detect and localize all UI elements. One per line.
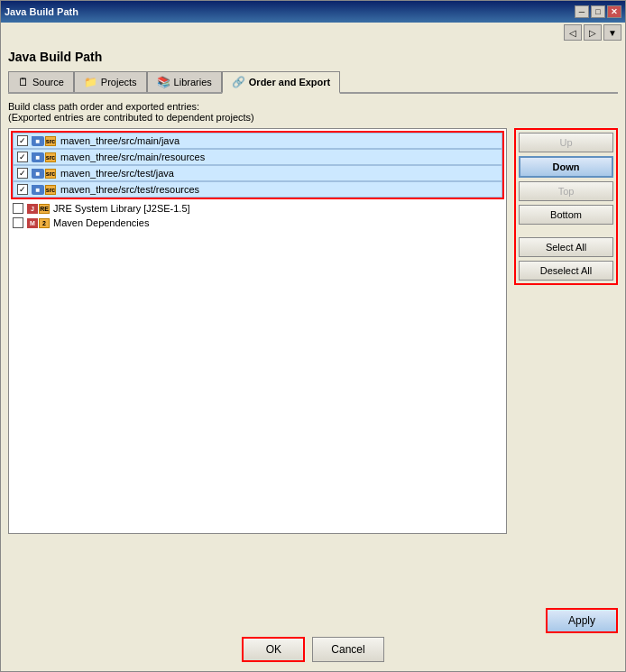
down-button[interactable]: Down [519, 156, 613, 178]
nav-bar: ◁ ▷ ▼ [1, 23, 625, 42]
up-button[interactable]: Up [519, 133, 613, 152]
tab-projects-label: Projects [101, 77, 137, 87]
maven-badge-6: 2 [39, 218, 50, 228]
list-item[interactable]: ✓ ■ src maven_three/src/main/resources [13, 149, 502, 165]
deselect-all-button[interactable]: Deselect All [519, 261, 613, 281]
list-item[interactable]: M 2 Maven Dependencies [9, 216, 506, 230]
folder-icon-1: ■ [32, 136, 44, 146]
item-label-6: Maven Dependencies [53, 217, 149, 228]
item-label-1: maven_three/src/main/java [60, 135, 180, 146]
forward-button[interactable]: ▷ [584, 24, 602, 41]
close-button[interactable]: ✕ [607, 5, 621, 18]
tab-source-label: Source [32, 77, 64, 87]
tabs-bar: 🗒 Source 📁 Projects 📚 Libraries 🔗 Order … [8, 71, 618, 94]
description-line1: Build class path order and exported entr… [8, 101, 618, 112]
item-checkbox-2[interactable]: ✓ [17, 152, 28, 162]
dropdown-button[interactable]: ▼ [603, 24, 621, 41]
item-checkbox-3[interactable]: ✓ [17, 168, 28, 179]
item-label-4: maven_three/src/test/resources [60, 184, 199, 195]
item-checkbox-6[interactable] [13, 217, 23, 228]
dialog-title: Java Build Path [8, 50, 618, 64]
jre-badge-5: RE [39, 204, 50, 214]
window-title: Java Build Path [5, 6, 78, 17]
src-badge-4: src [45, 185, 56, 195]
list-item[interactable]: J RE JRE System Library [J2SE-1.5] [9, 201, 506, 216]
cancel-button[interactable]: Cancel [312, 637, 383, 662]
order-tab-icon: 🔗 [232, 76, 245, 88]
ok-button[interactable]: OK [242, 637, 305, 662]
tab-order-export[interactable]: 🔗 Order and Export [222, 71, 340, 94]
tab-source[interactable]: 🗒 Source [8, 71, 74, 92]
item-checkbox-1[interactable]: ✓ [17, 135, 28, 146]
maximize-button[interactable]: □ [591, 5, 605, 18]
apply-row: Apply [8, 604, 618, 635]
entries-list: ✓ ■ src maven_three/src/main/java ✓ ■ [8, 128, 507, 534]
folder-icon-3: ■ [32, 169, 44, 179]
minimize-button[interactable]: ─ [575, 5, 589, 18]
right-buttons-panel: Up Down Top Bottom Select All Deselect A… [514, 128, 618, 534]
right-buttons-group: Up Down Top Bottom Select All Deselect A… [514, 128, 618, 285]
item-label-5: JRE System Library [J2SE-1.5] [53, 203, 190, 214]
tab-projects[interactable]: 📁 Projects [74, 71, 147, 92]
list-item[interactable]: ✓ ■ src maven_three/src/test/resources [13, 181, 502, 198]
libraries-tab-icon: 📚 [157, 76, 170, 88]
main-window: Java Build Path ─ □ ✕ ◁ ▷ ▼ Java Build P… [0, 0, 626, 672]
title-bar-buttons: ─ □ ✕ [575, 5, 621, 18]
folder-icon-2: ■ [32, 152, 44, 162]
main-panel: ✓ ■ src maven_three/src/main/java ✓ ■ [8, 128, 618, 534]
description-line2: (Exported entries are contributed to dep… [8, 112, 618, 123]
top-button[interactable]: Top [519, 181, 613, 201]
back-button[interactable]: ◁ [564, 24, 582, 41]
description: Build class path order and exported entr… [8, 101, 618, 123]
tab-libraries-label: Libraries [174, 77, 212, 87]
maven-icon-6: M [27, 218, 38, 228]
title-bar: Java Build Path ─ □ ✕ [1, 1, 625, 23]
list-item[interactable]: ✓ ■ src maven_three/src/test/java [13, 165, 502, 181]
folder-icon-4: ■ [32, 185, 44, 195]
projects-tab-icon: 📁 [84, 76, 97, 88]
bottom-button[interactable]: Bottom [519, 205, 613, 225]
item-checkbox-4[interactable]: ✓ [17, 184, 28, 195]
ok-cancel-row: OK Cancel [8, 635, 618, 664]
src-badge-3: src [45, 169, 56, 179]
item-label-3: maven_three/src/test/java [60, 168, 174, 179]
src-badge-1: src [45, 136, 56, 146]
select-all-button[interactable]: Select All [519, 237, 613, 257]
tab-libraries[interactable]: 📚 Libraries [147, 71, 222, 92]
apply-button[interactable]: Apply [546, 608, 618, 633]
item-label-2: maven_three/src/main/resources [60, 152, 205, 162]
list-item[interactable]: ✓ ■ src maven_three/src/main/java [13, 133, 502, 149]
tab-order-label: Order and Export [249, 77, 330, 87]
window-content: Java Build Path 🗒 Source 📁 Projects 📚 Li… [1, 42, 625, 671]
source-tab-icon: 🗒 [18, 76, 29, 88]
item-checkbox-5[interactable] [13, 203, 23, 214]
jre-icon-5: J [27, 204, 38, 214]
src-badge-2: src [45, 152, 56, 162]
